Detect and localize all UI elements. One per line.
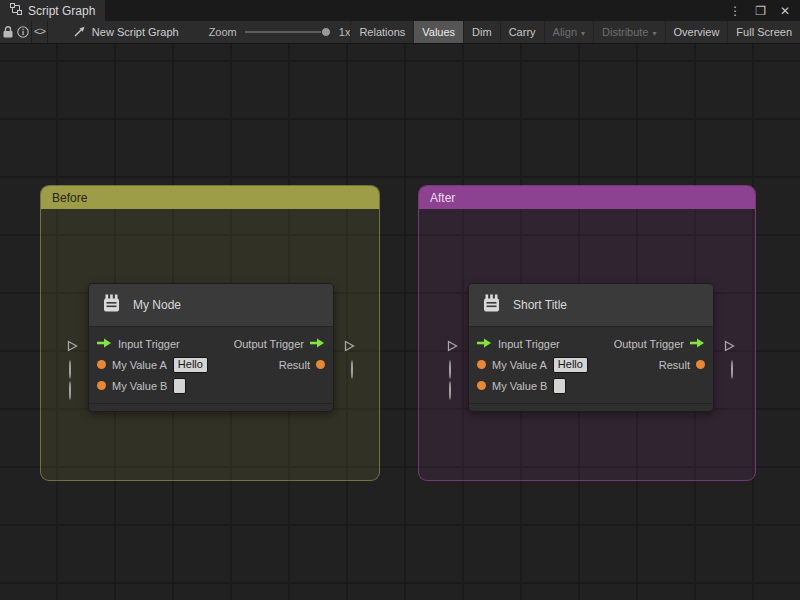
node-title: My Node <box>133 298 181 312</box>
group-after-header[interactable]: After <box>419 186 755 209</box>
graph-canvas[interactable]: Before After My Node <box>0 44 800 600</box>
input-trigger-port-icon[interactable] <box>97 338 112 350</box>
group-after-title: After <box>430 191 455 205</box>
node-body: Input Trigger Output Trigger My Value A … <box>89 327 333 396</box>
window-menu-icon[interactable]: ⋮ <box>729 5 741 17</box>
graph-output-value-port[interactable] <box>351 361 353 379</box>
toolbar-buttons: Relations Values Dim Carry Align ▾ Distr… <box>350 21 800 43</box>
output-trigger-label: Output Trigger <box>234 338 304 350</box>
value-a-input[interactable]: Hello <box>553 357 588 373</box>
result-port-icon[interactable] <box>696 360 705 369</box>
input-trigger-port-icon[interactable] <box>477 338 492 350</box>
value-b-port-icon[interactable] <box>97 381 106 390</box>
align-label: Align <box>553 26 577 38</box>
chevron-down-icon: ▾ <box>653 29 657 38</box>
input-trigger-label: Input Trigger <box>118 338 180 350</box>
value-b-input[interactable] <box>173 378 186 394</box>
zoom-slider[interactable] <box>245 31 331 33</box>
value-a-label: My Value A <box>492 359 547 371</box>
lock-icon[interactable] <box>0 21 16 43</box>
fullscreen-label: Full Screen <box>736 26 792 38</box>
node-footer <box>89 403 333 411</box>
distribute-label: Distribute <box>602 26 648 38</box>
tab-script-graph[interactable]: Script Graph <box>0 0 105 21</box>
graph-input-trigger-port[interactable] <box>447 338 458 356</box>
value-b-port-icon[interactable] <box>477 381 486 390</box>
script-graph-icon <box>10 3 22 18</box>
graph-output-value-port[interactable] <box>731 361 733 379</box>
close-icon[interactable]: ✕ <box>780 5 790 17</box>
port-row-trigger: Input Trigger Output Trigger <box>89 333 333 354</box>
graph-input-value-port[interactable] <box>69 382 71 400</box>
result-label: Result <box>659 359 690 371</box>
chevron-down-icon: ▾ <box>581 29 585 38</box>
output-trigger-port-icon[interactable] <box>690 338 705 350</box>
zoom-label: Zoom <box>209 26 237 38</box>
graph-input-trigger-port[interactable] <box>67 338 78 356</box>
values-button[interactable]: Values <box>413 21 463 43</box>
overview-label: Overview <box>674 26 720 38</box>
port-row-value-a: My Value A Hello Result <box>89 354 333 375</box>
titlebar: Script Graph ⋮ ❐ ✕ <box>0 0 800 21</box>
node-footer <box>469 403 713 411</box>
node-header[interactable]: My Node <box>89 284 333 327</box>
node-my-node[interactable]: My Node Input Trigger Output Trigger <box>88 283 334 412</box>
graph-asset-name[interactable]: New Script Graph <box>74 21 179 43</box>
fullscreen-button[interactable]: Full Screen <box>727 21 800 43</box>
value-a-label: My Value A <box>112 359 167 371</box>
node-short-title[interactable]: Short Title Input Trigger Output Trigger <box>468 283 714 412</box>
node-body: Input Trigger Output Trigger My Value A … <box>469 327 713 396</box>
code-view-icon[interactable]: <> <box>32 21 48 43</box>
graph-input-value-port[interactable] <box>449 361 451 379</box>
output-trigger-label: Output Trigger <box>614 338 684 350</box>
maximize-icon[interactable]: ❐ <box>755 5 766 17</box>
port-row-value-b: My Value B <box>469 375 713 396</box>
port-row-value-a: My Value A Hello Result <box>469 354 713 375</box>
result-port-icon[interactable] <box>316 360 325 369</box>
window-controls: ⋮ ❐ ✕ <box>719 0 800 21</box>
carry-button[interactable]: Carry <box>500 21 544 43</box>
values-label: Values <box>422 26 455 38</box>
value-a-port-icon[interactable] <box>97 360 106 369</box>
dim-label: Dim <box>472 26 492 38</box>
port-row-value-b: My Value B <box>89 375 333 396</box>
output-trigger-port-icon[interactable] <box>310 338 325 350</box>
graph-toolbar: <> New Script Graph Zoom 1x Relations Va… <box>0 21 800 44</box>
value-b-label: My Value B <box>492 380 547 392</box>
group-before-header[interactable]: Before <box>41 186 379 209</box>
node-title: Short Title <box>513 298 567 312</box>
value-a-port-icon[interactable] <box>477 360 486 369</box>
carry-label: Carry <box>509 26 536 38</box>
relations-button[interactable]: Relations <box>350 21 413 43</box>
zoom-value: 1x <box>339 26 351 38</box>
value-a-input[interactable]: Hello <box>173 357 208 373</box>
graph-name-label: New Script Graph <box>92 26 179 38</box>
overview-button[interactable]: Overview <box>665 21 728 43</box>
graph-input-value-port[interactable] <box>69 361 71 379</box>
input-trigger-label: Input Trigger <box>498 338 560 350</box>
tab-label: Script Graph <box>28 4 95 18</box>
align-dropdown[interactable]: Align ▾ <box>544 21 593 43</box>
zoom-slider-knob[interactable] <box>321 27 331 37</box>
node-icon <box>101 293 122 317</box>
graph-output-trigger-port[interactable] <box>344 338 355 356</box>
info-icon[interactable] <box>16 21 32 43</box>
value-b-input[interactable] <box>553 378 566 394</box>
dim-button[interactable]: Dim <box>463 21 500 43</box>
node-icon <box>481 293 502 317</box>
node-header[interactable]: Short Title <box>469 284 713 327</box>
relations-label: Relations <box>359 26 405 38</box>
graph-asset-icon <box>74 26 86 39</box>
value-b-label: My Value B <box>112 380 167 392</box>
zoom-control: Zoom 1x <box>209 21 351 43</box>
graph-output-trigger-port[interactable] <box>724 338 735 356</box>
graph-input-value-port[interactable] <box>449 382 451 400</box>
result-label: Result <box>279 359 310 371</box>
toolbar-separator <box>47 21 48 43</box>
distribute-dropdown[interactable]: Distribute ▾ <box>593 21 664 43</box>
port-row-trigger: Input Trigger Output Trigger <box>469 333 713 354</box>
group-before-title: Before <box>52 191 87 205</box>
